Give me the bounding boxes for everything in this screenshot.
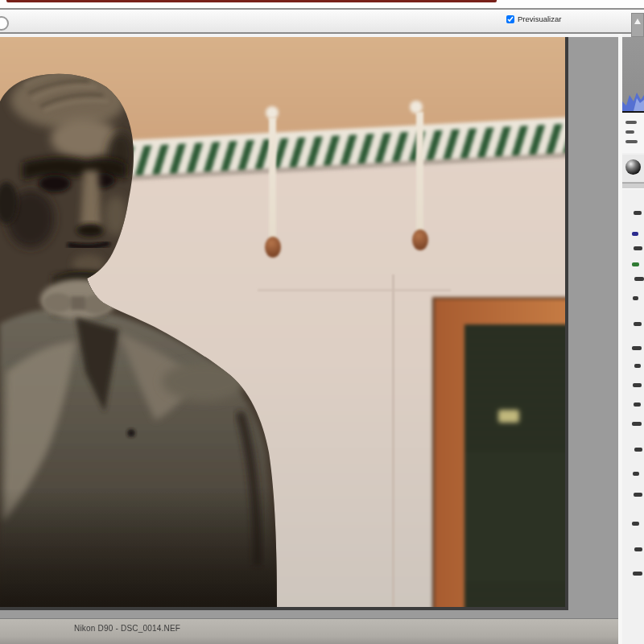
histogram-curve (622, 90, 644, 111)
panel-divider (622, 183, 644, 189)
panel-tab-row (622, 155, 644, 183)
filename-label: Nikon D90 - DSC_0014.NEF (74, 624, 180, 633)
preview-toggle[interactable]: Previsualizar (506, 14, 561, 23)
red-accent-line (6, 0, 497, 2)
tool-icon-partial[interactable] (0, 16, 9, 31)
toolbar: Previsualizar (0, 10, 644, 34)
right-panel-sliver (622, 34, 644, 644)
status-bar: Nikon D90 - DSC_0014.NEF (0, 618, 618, 644)
preview-checkbox[interactable] (506, 15, 514, 23)
scroll-up-button[interactable] (631, 13, 644, 37)
bronze-bust-statue (0, 37, 568, 607)
preview-area (0, 34, 644, 618)
histogram (622, 37, 644, 113)
panel-tab-sphere-icon[interactable] (625, 159, 641, 175)
up-arrow-icon (634, 19, 641, 24)
preview-label: Previsualizar (518, 14, 561, 23)
photo-preview[interactable] (0, 37, 568, 610)
top-edge-strip (0, 0, 644, 10)
exif-info (622, 113, 644, 153)
